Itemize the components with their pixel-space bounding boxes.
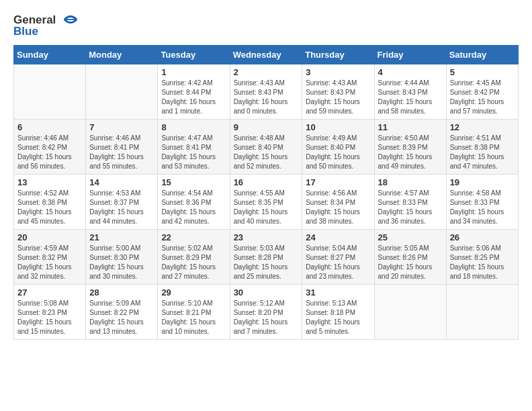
calendar-week-row: 27Sunrise: 5:08 AM Sunset: 8:23 PM Dayli… [14,284,519,339]
day-info: Sunrise: 5:00 AM Sunset: 8:30 PM Dayligh… [89,244,154,281]
calendar-day-cell: 26Sunrise: 5:06 AM Sunset: 8:25 PM Dayli… [446,229,518,284]
day-info: Sunrise: 5:03 AM Sunset: 8:28 PM Dayligh… [234,244,299,281]
calendar-day-cell: 19Sunrise: 4:58 AM Sunset: 8:33 PM Dayli… [446,174,518,229]
day-info: Sunrise: 5:12 AM Sunset: 8:20 PM Dayligh… [234,299,299,336]
day-number: 13 [17,177,82,187]
calendar-week-row: 20Sunrise: 4:59 AM Sunset: 8:32 PM Dayli… [14,229,519,284]
day-info: Sunrise: 5:02 AM Sunset: 8:29 PM Dayligh… [161,244,226,281]
day-number: 3 [306,67,370,77]
calendar-day-cell [446,284,518,339]
calendar-day-cell: 13Sunrise: 4:52 AM Sunset: 8:38 PM Dayli… [14,174,86,229]
day-number: 28 [89,287,154,298]
day-info: Sunrise: 4:53 AM Sunset: 8:37 PM Dayligh… [89,189,154,226]
day-info: Sunrise: 4:56 AM Sunset: 8:34 PM Dayligh… [306,189,370,226]
calendar-day-cell: 17Sunrise: 4:56 AM Sunset: 8:34 PM Dayli… [302,174,374,229]
day-number: 8 [161,122,226,132]
day-of-week-header: Friday [374,45,446,64]
day-number: 7 [89,122,154,132]
day-of-week-header: Monday [86,45,158,64]
day-info: Sunrise: 5:04 AM Sunset: 8:27 PM Dayligh… [306,244,370,281]
calendar-day-cell: 16Sunrise: 4:55 AM Sunset: 8:35 PM Dayli… [230,174,302,229]
calendar-day-cell: 23Sunrise: 5:03 AM Sunset: 8:28 PM Dayli… [230,229,302,284]
day-info: Sunrise: 4:46 AM Sunset: 8:42 PM Dayligh… [17,134,82,171]
day-info: Sunrise: 4:48 AM Sunset: 8:40 PM Dayligh… [234,134,299,171]
calendar-day-cell: 15Sunrise: 4:54 AM Sunset: 8:36 PM Dayli… [158,174,230,229]
calendar-day-cell: 21Sunrise: 5:00 AM Sunset: 8:30 PM Dayli… [86,229,158,284]
calendar-day-cell [14,64,86,119]
day-number: 9 [234,122,299,132]
calendar-day-cell: 20Sunrise: 4:59 AM Sunset: 8:32 PM Dayli… [14,229,86,284]
day-of-week-header: Sunday [14,45,86,64]
day-info: Sunrise: 5:09 AM Sunset: 8:22 PM Dayligh… [89,299,154,336]
day-info: Sunrise: 4:43 AM Sunset: 8:43 PM Dayligh… [234,79,299,116]
calendar-week-row: 1Sunrise: 4:42 AM Sunset: 8:44 PM Daylig… [14,64,519,119]
day-info: Sunrise: 4:42 AM Sunset: 8:44 PM Dayligh… [161,79,226,116]
day-info: Sunrise: 4:50 AM Sunset: 8:39 PM Dayligh… [378,134,443,171]
day-info: Sunrise: 5:05 AM Sunset: 8:26 PM Dayligh… [378,244,443,281]
page-header: General Blue [13,13,519,38]
calendar-day-cell [374,284,446,339]
calendar-day-cell: 8Sunrise: 4:47 AM Sunset: 8:41 PM Daylig… [158,119,230,174]
calendar-day-cell: 3Sunrise: 4:43 AM Sunset: 8:43 PM Daylig… [302,64,374,119]
day-number: 17 [306,177,370,187]
day-info: Sunrise: 4:54 AM Sunset: 8:36 PM Dayligh… [161,189,226,226]
calendar-day-cell: 11Sunrise: 4:50 AM Sunset: 8:39 PM Dayli… [374,119,446,174]
calendar-day-cell: 18Sunrise: 4:57 AM Sunset: 8:33 PM Dayli… [374,174,446,229]
day-info: Sunrise: 4:47 AM Sunset: 8:41 PM Dayligh… [161,134,226,171]
day-info: Sunrise: 4:52 AM Sunset: 8:38 PM Dayligh… [17,189,82,226]
calendar-day-cell: 22Sunrise: 5:02 AM Sunset: 8:29 PM Dayli… [158,229,230,284]
day-of-week-header: Tuesday [158,45,230,64]
day-number: 21 [89,232,154,242]
calendar-day-cell: 1Sunrise: 4:42 AM Sunset: 8:44 PM Daylig… [158,64,230,119]
day-number: 1 [161,67,226,77]
day-number: 12 [450,122,515,132]
calendar-day-cell: 2Sunrise: 4:43 AM Sunset: 8:43 PM Daylig… [230,64,302,119]
calendar-day-cell: 24Sunrise: 5:04 AM Sunset: 8:27 PM Dayli… [302,229,374,284]
calendar-day-cell: 12Sunrise: 4:51 AM Sunset: 8:38 PM Dayli… [446,119,518,174]
calendar-day-cell: 31Sunrise: 5:13 AM Sunset: 8:18 PM Dayli… [302,284,374,339]
day-number: 10 [306,122,370,132]
day-number: 11 [378,122,443,132]
day-number: 23 [234,232,299,242]
day-info: Sunrise: 4:44 AM Sunset: 8:43 PM Dayligh… [378,79,443,116]
day-of-week-header: Thursday [302,45,374,64]
day-number: 4 [378,67,443,77]
day-info: Sunrise: 4:43 AM Sunset: 8:43 PM Dayligh… [306,79,370,116]
calendar-day-cell: 6Sunrise: 4:46 AM Sunset: 8:42 PM Daylig… [14,119,86,174]
calendar-day-cell: 27Sunrise: 5:08 AM Sunset: 8:23 PM Dayli… [14,284,86,339]
day-number: 16 [234,177,299,187]
calendar-day-cell: 30Sunrise: 5:12 AM Sunset: 8:20 PM Dayli… [230,284,302,339]
day-number: 15 [161,177,226,187]
logo: General Blue [13,13,80,38]
day-number: 18 [378,177,443,187]
day-number: 2 [234,67,299,77]
day-info: Sunrise: 4:55 AM Sunset: 8:35 PM Dayligh… [234,189,299,226]
day-number: 26 [450,232,515,242]
day-info: Sunrise: 4:51 AM Sunset: 8:38 PM Dayligh… [450,134,515,171]
calendar-day-cell [86,64,158,119]
day-number: 29 [161,287,226,298]
day-info: Sunrise: 4:45 AM Sunset: 8:42 PM Dayligh… [450,79,515,116]
day-info: Sunrise: 4:49 AM Sunset: 8:40 PM Dayligh… [306,134,370,171]
calendar-week-row: 13Sunrise: 4:52 AM Sunset: 8:38 PM Dayli… [14,174,519,229]
day-number: 22 [161,232,226,242]
calendar-day-cell: 29Sunrise: 5:10 AM Sunset: 8:21 PM Dayli… [158,284,230,339]
calendar-day-cell: 5Sunrise: 4:45 AM Sunset: 8:42 PM Daylig… [446,64,518,119]
day-of-week-header: Wednesday [230,45,302,64]
calendar-day-cell: 7Sunrise: 4:46 AM Sunset: 8:41 PM Daylig… [86,119,158,174]
day-number: 14 [89,177,154,187]
day-number: 30 [234,287,299,298]
day-number: 31 [306,287,370,298]
day-info: Sunrise: 4:58 AM Sunset: 8:33 PM Dayligh… [450,189,515,226]
day-number: 24 [306,232,370,242]
calendar-day-cell: 9Sunrise: 4:48 AM Sunset: 8:40 PM Daylig… [230,119,302,174]
day-info: Sunrise: 5:08 AM Sunset: 8:23 PM Dayligh… [17,299,82,336]
day-number: 27 [17,287,82,298]
day-info: Sunrise: 4:57 AM Sunset: 8:33 PM Dayligh… [378,189,443,226]
day-number: 19 [450,177,515,187]
day-info: Sunrise: 4:59 AM Sunset: 8:32 PM Dayligh… [17,244,82,281]
day-info: Sunrise: 5:06 AM Sunset: 8:25 PM Dayligh… [450,244,515,281]
calendar-header-row: SundayMondayTuesdayWednesdayThursdayFrid… [14,45,519,64]
day-of-week-header: Saturday [446,45,518,64]
day-number: 6 [17,122,82,132]
